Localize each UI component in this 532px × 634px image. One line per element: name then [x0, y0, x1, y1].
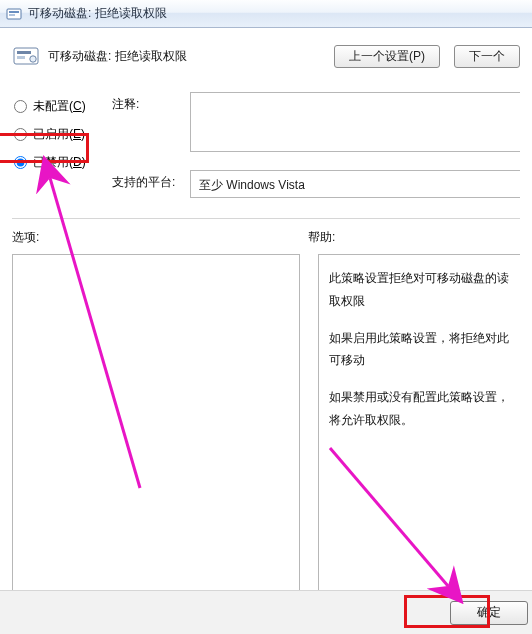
policy-header-icon — [12, 45, 40, 67]
options-label: 选项: — [12, 229, 308, 246]
help-panel: 此策略设置拒绝对可移动磁盘的读取权限 如果启用此策略设置，将拒绝对此可移动 如果… — [318, 254, 520, 592]
help-text-1: 此策略设置拒绝对可移动磁盘的读取权限 — [329, 267, 510, 313]
help-text-3: 如果禁用或没有配置此策略设置，将允许取权限。 — [329, 386, 510, 432]
radio-not-configured[interactable] — [14, 100, 27, 113]
comment-input[interactable] — [190, 92, 520, 152]
separator — [12, 218, 520, 219]
svg-rect-2 — [9, 14, 15, 16]
radio-not-configured-label[interactable]: 未配置(C) — [33, 98, 86, 115]
prev-setting-button[interactable]: 上一个设置(P) — [334, 45, 440, 68]
window-title: 可移动磁盘: 拒绝读取权限 — [28, 5, 167, 22]
radio-disabled[interactable] — [14, 156, 27, 169]
options-panel — [12, 254, 300, 592]
radio-disabled-label[interactable]: 已禁用(D) — [33, 154, 86, 171]
svg-rect-1 — [9, 11, 19, 13]
comment-label: 注释: — [112, 92, 182, 113]
policy-icon — [6, 6, 22, 22]
button-bar: 确定 — [0, 590, 532, 634]
svg-point-6 — [30, 56, 36, 62]
help-label: 帮助: — [308, 229, 335, 246]
svg-rect-5 — [17, 56, 25, 59]
ok-button[interactable]: 确定 — [450, 601, 528, 625]
next-setting-button[interactable]: 下一个 — [454, 45, 520, 68]
platform-label: 支持的平台: — [112, 170, 182, 191]
platform-value: 至少 Windows Vista — [190, 170, 520, 198]
radio-enabled-label[interactable]: 已启用(E) — [33, 126, 85, 143]
svg-rect-4 — [17, 51, 31, 54]
help-text-2: 如果启用此策略设置，将拒绝对此可移动 — [329, 327, 510, 373]
radio-enabled[interactable] — [14, 128, 27, 141]
page-title: 可移动磁盘: 拒绝读取权限 — [48, 48, 187, 65]
